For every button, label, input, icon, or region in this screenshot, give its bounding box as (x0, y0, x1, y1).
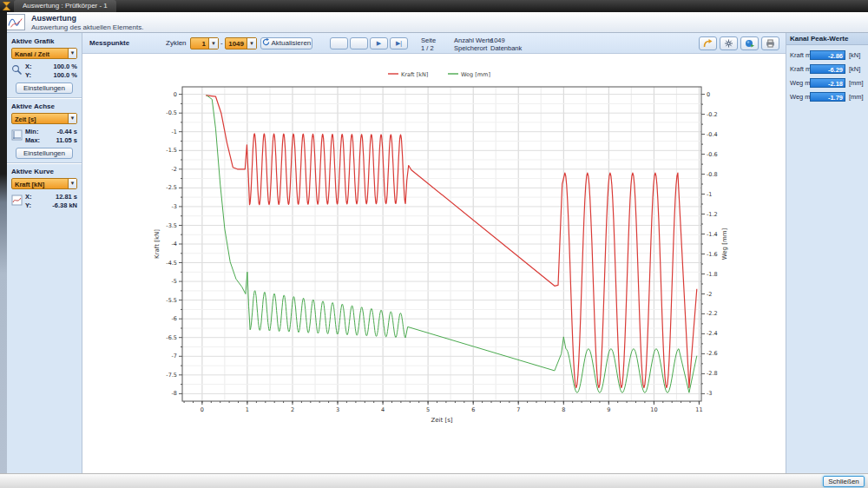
svg-text:0: 0 (707, 91, 710, 98)
peak-row-weg-max: Weg max. -1.79 [mm] (786, 89, 868, 103)
chevron-down-icon[interactable]: ▼ (68, 114, 76, 123)
page-subtitle: Auswertung des aktuellen Elements. (31, 23, 143, 31)
svg-text:Kraft [kN]: Kraft [kN] (401, 71, 428, 78)
main-area: Messpunkte Zyklen 1▼ - 1049▼ Aktualisier… (82, 33, 786, 473)
weg-max-value: -1.79 (810, 92, 845, 102)
grafik-dropdown[interactable]: Kanal / Zeit ▼ (11, 48, 77, 59)
peak-row-kraft-min: Kraft min. -2.86 [kN] (786, 48, 868, 62)
svg-text:-2.5: -2.5 (166, 184, 177, 191)
achse-einstellungen-button[interactable]: Einstellungen (16, 148, 73, 159)
app-icon (3, 2, 10, 10)
kurve-dropdown[interactable]: Kraft [kN] ▼ (11, 178, 77, 189)
svg-text:Kraft [kN]: Kraft [kN] (154, 229, 161, 259)
werte-labels: Anzahl Werte Speicherort (454, 36, 493, 52)
svg-text:0: 0 (201, 406, 204, 413)
cycle-from-value: 1 (191, 38, 208, 49)
aktualisieren-button[interactable]: Aktualisieren (260, 37, 312, 49)
gear-icon (724, 39, 733, 48)
chevron-down-icon[interactable]: ▼ (68, 49, 76, 58)
magnifier-icon (11, 64, 23, 76)
werte-values: 1049 Datenbank (490, 36, 522, 52)
peak-panel-title: Kanal Peak-Werte (786, 33, 868, 45)
svg-text:1: 1 (246, 406, 249, 413)
svg-text:-3: -3 (707, 390, 712, 397)
cycle-to-value: 1049 (226, 38, 247, 49)
peak-row-weg-min: Weg min. -2.18 [mm] (786, 76, 868, 89)
globe-button[interactable] (740, 36, 759, 50)
achse-dropdown-value: Zeit [s] (12, 114, 68, 123)
svg-text:-1.8: -1.8 (707, 271, 718, 278)
svg-text:Weg [mm]: Weg [mm] (461, 71, 490, 78)
close-button[interactable]: Schließen (823, 476, 865, 487)
first-page-button[interactable] (330, 37, 348, 49)
speicherort-value: Datenbank (490, 44, 522, 52)
svg-text:-5: -5 (172, 278, 177, 285)
svg-text:6: 6 (471, 406, 475, 413)
svg-text:-1.4: -1.4 (707, 231, 718, 238)
svg-text:10: 10 (650, 406, 657, 413)
curved-arrow-icon (703, 39, 713, 48)
svg-text:-2.4: -2.4 (707, 330, 718, 337)
kurve-dropdown-value: Kraft [kN] (12, 179, 68, 188)
svg-text:-1: -1 (172, 129, 177, 135)
svg-text:-2.6: -2.6 (707, 350, 718, 357)
svg-text:-0.4: -0.4 (707, 131, 718, 138)
aktualisieren-label: Aktualisieren (271, 39, 311, 47)
last-page-button[interactable]: ▶| (390, 37, 408, 49)
group-aktive-achse: Aktive Achse Zeit [s] ▼ Min:-0.44 s Max:… (7, 97, 82, 162)
window-tab[interactable]: Auswertung : Prüfkörper - 1 (14, 0, 116, 12)
anzahl-werte-value: 1049 (490, 36, 505, 44)
svg-text:-2.8: -2.8 (707, 370, 718, 377)
kraft-max-value: -6.29 (810, 64, 845, 74)
svg-text:-3: -3 (172, 203, 177, 210)
svg-text:-6.5: -6.5 (166, 334, 177, 341)
export-button[interactable] (699, 36, 717, 50)
group-aktive-grafik: Aktive Grafik Kanal / Zeit ▼ X:100.0 % Y… (7, 33, 82, 97)
chevron-down-icon[interactable]: ▼ (247, 38, 256, 49)
chart-plot[interactable]: 012345678910110-0.5-1-1.5-2-2.5-3-3.5-4-… (82, 54, 786, 473)
svg-text:9: 9 (607, 406, 610, 413)
svg-text:-0.5: -0.5 (166, 109, 177, 116)
previous-page-button[interactable] (350, 37, 368, 49)
window-tab-title: Auswertung : Prüfkörper - 1 (23, 2, 108, 10)
anzahl-werte-label: Anzahl Werte (454, 36, 493, 44)
cycle-from-combo[interactable]: 1▼ (190, 37, 219, 49)
speicherort-label: Speicherort (454, 44, 487, 52)
axis-max-row: Max:11.05 s (25, 136, 77, 145)
chart-canvas: 012345678910110-0.5-1-1.5-2-2.5-3-3.5-4-… (82, 54, 786, 473)
svg-text:7: 7 (516, 406, 520, 413)
svg-text:-4: -4 (172, 241, 177, 247)
zoom-y-row: Y:100.0 % (25, 71, 77, 80)
axis-icon (11, 129, 23, 141)
settings-button[interactable] (720, 36, 738, 50)
range-separator: - (220, 39, 223, 47)
svg-text:-4.5: -4.5 (166, 260, 177, 267)
group-title: Aktive Grafik (11, 37, 77, 45)
next-page-button[interactable]: ▶ (370, 37, 388, 49)
svg-text:2: 2 (291, 406, 294, 413)
svg-text:Zeit [s]: Zeit [s] (431, 417, 452, 424)
svg-text:-2: -2 (707, 291, 712, 298)
sidebar: Aktive Grafik Kanal / Zeit ▼ X:100.0 % Y… (7, 33, 82, 473)
svg-text:5: 5 (426, 406, 430, 413)
kraft-min-value: -2.86 (810, 50, 845, 60)
svg-text:-2: -2 (172, 166, 177, 173)
svg-text:-7: -7 (172, 353, 177, 359)
svg-text:-0.8: -0.8 (707, 171, 718, 178)
achse-dropdown[interactable]: Zeit [s] ▼ (11, 113, 77, 124)
chevron-down-icon[interactable]: ▼ (208, 38, 218, 49)
print-button[interactable] (761, 36, 779, 50)
header-bar: Auswertung Auswertung des aktuellen Elem… (0, 12, 868, 33)
window-edge (0, 12, 7, 488)
svg-text:-3.5: -3.5 (166, 222, 177, 229)
group-title: Aktive Achse (11, 102, 77, 110)
seite-block: Seite 1 / 2 (421, 36, 436, 52)
axis-min-row: Min:-0.44 s (25, 128, 77, 136)
chevron-down-icon[interactable]: ▼ (68, 179, 76, 188)
cycle-to-combo[interactable]: 1049▼ (225, 37, 257, 49)
svg-text:-0.2: -0.2 (707, 111, 718, 118)
window-titlebar: Auswertung : Prüfkörper - 1 (0, 0, 868, 12)
group-title: Aktive Kurve (11, 168, 77, 175)
grafik-einstellungen-button[interactable]: Einstellungen (16, 82, 73, 94)
peak-panel: Kanal Peak-Werte Kraft min. -2.86 [kN] K… (786, 33, 868, 473)
